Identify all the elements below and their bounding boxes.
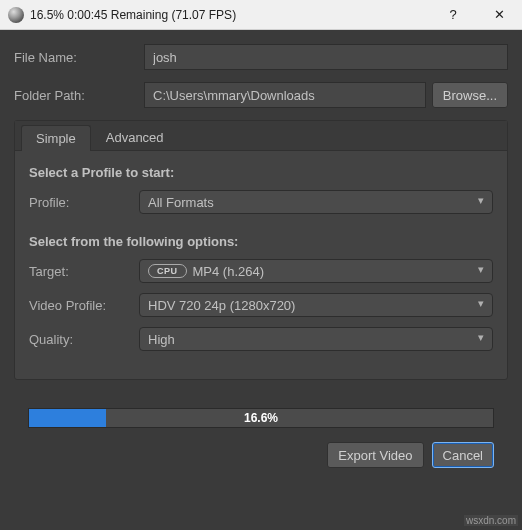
close-button[interactable]: ✕ <box>476 0 522 30</box>
tabs-panel: Simple Advanced Select a Profile to star… <box>14 120 508 380</box>
tabstrip: Simple Advanced <box>15 121 507 151</box>
quality-value: High <box>148 332 175 347</box>
profile-heading: Select a Profile to start: <box>29 165 493 180</box>
cancel-button[interactable]: Cancel <box>432 442 494 468</box>
quality-row: Quality: High <box>29 327 493 351</box>
footer-buttons: Export Video Cancel <box>14 428 508 468</box>
video-profile-value: HDV 720 24p (1280x720) <box>148 298 295 313</box>
folder-label: Folder Path: <box>14 88 144 103</box>
video-profile-select[interactable]: HDV 720 24p (1280x720) <box>139 293 493 317</box>
watermark: wsxdn.com <box>464 515 518 526</box>
profile-label: Profile: <box>29 195 139 210</box>
filename-input[interactable] <box>144 44 508 70</box>
video-profile-label: Video Profile: <box>29 298 139 313</box>
window-title: 16.5% 0:00:45 Remaining (71.07 FPS) <box>30 8 430 22</box>
titlebar: 16.5% 0:00:45 Remaining (71.07 FPS) ? ✕ <box>0 0 522 30</box>
profile-value: All Formats <box>148 195 214 210</box>
help-button[interactable]: ? <box>430 0 476 30</box>
progress-bar: 16.6% <box>28 408 494 428</box>
profile-select[interactable]: All Formats <box>139 190 493 214</box>
cpu-badge-icon: CPU <box>148 264 187 278</box>
filename-row: File Name: <box>14 44 508 70</box>
filename-label: File Name: <box>14 50 144 65</box>
export-video-button[interactable]: Export Video <box>327 442 423 468</box>
quality-label: Quality: <box>29 332 139 347</box>
options-heading: Select from the following options: <box>29 234 493 249</box>
quality-select[interactable]: High <box>139 327 493 351</box>
target-value: MP4 (h.264) <box>193 264 265 279</box>
progress-text: 16.6% <box>29 409 493 427</box>
target-row: Target: CPU MP4 (h.264) <box>29 259 493 283</box>
profile-row: Profile: All Formats <box>29 190 493 214</box>
folder-row: Folder Path: Browse... <box>14 82 508 108</box>
window-body: File Name: Folder Path: Browse... Simple… <box>0 30 522 468</box>
tab-simple[interactable]: Simple <box>21 125 91 151</box>
app-icon <box>8 7 24 23</box>
video-profile-row: Video Profile: HDV 720 24p (1280x720) <box>29 293 493 317</box>
folder-input[interactable] <box>144 82 426 108</box>
target-select[interactable]: CPU MP4 (h.264) <box>139 259 493 283</box>
tab-advanced[interactable]: Advanced <box>91 124 179 150</box>
target-label: Target: <box>29 264 139 279</box>
browse-button[interactable]: Browse... <box>432 82 508 108</box>
